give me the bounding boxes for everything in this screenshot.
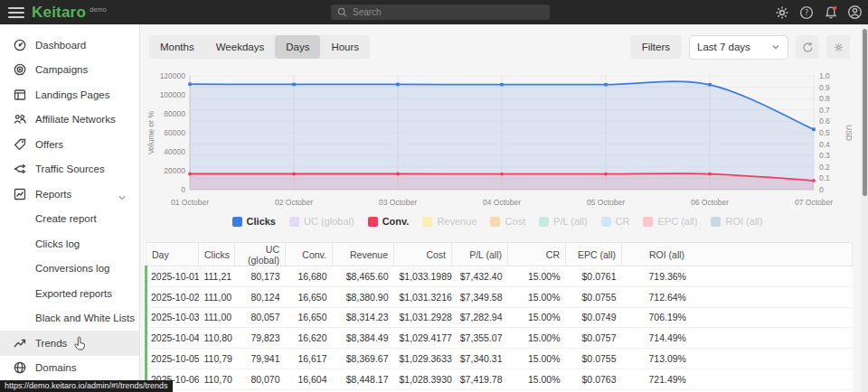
cell: 15.00% <box>508 369 566 389</box>
search-input[interactable] <box>353 7 533 17</box>
tab-months[interactable]: Months <box>149 35 205 59</box>
sidebar-item-domains[interactable]: Domains <box>0 356 139 381</box>
column-header-uc-global-[interactable]: UC (global) <box>235 243 286 266</box>
account-icon[interactable] <box>847 5 863 20</box>
svg-text:0.9: 0.9 <box>819 83 830 92</box>
refresh-button[interactable] <box>796 35 819 59</box>
sidebar-item-label: Exported reports <box>35 288 112 299</box>
column-header-cost[interactable]: Cost <box>394 243 452 266</box>
legend-label: Revenue <box>437 216 476 227</box>
legend-label: ROI (all) <box>725 216 762 227</box>
cell: 2025-10-04 <box>146 328 199 349</box>
svg-text:100000: 100000 <box>160 90 186 99</box>
trends-chart: 02000040000600008000010000012000000.10.2… <box>145 63 852 213</box>
sidebar-item-reports[interactable]: Reports <box>0 182 139 207</box>
cell: 15.00% <box>508 349 566 369</box>
sidebar-item-offers[interactable]: Offers <box>0 132 139 157</box>
legend-item-roi-all-[interactable]: ROI (all) <box>711 216 762 227</box>
svg-text:1.0: 1.0 <box>819 71 830 80</box>
hamburger-menu-icon[interactable] <box>8 7 24 18</box>
sidebar-item-create-report[interactable]: Create report <box>0 207 139 232</box>
legend-label: Clicks <box>247 216 276 227</box>
sidebar-item-affiliate-networks[interactable]: Affiliate Networks <box>0 107 139 133</box>
trends-table: DayClicksUC (global)Conv.RevenueCostP/L … <box>145 242 853 392</box>
settings-gear-icon[interactable] <box>774 5 789 20</box>
sidebar-item-clicks-log[interactable]: Clicks log <box>0 231 139 257</box>
scrollbar-thumb[interactable] <box>863 29 867 196</box>
legend-swatch <box>232 217 242 227</box>
app-logo[interactable]: Keitaro <box>32 4 86 22</box>
cell: 2025-10-02 <box>146 286 199 307</box>
sidebar: DashboardCampaignsLandings PagesAffiliat… <box>0 24 140 392</box>
column-header-p-l-all-[interactable]: P/L (all) <box>452 243 508 266</box>
sidebar-item-dashboard[interactable]: Dashboard <box>0 33 139 58</box>
cell: $8,380.90 <box>333 286 394 307</box>
column-header-day[interactable]: Day <box>146 243 199 266</box>
column-header-conv-[interactable]: Conv. <box>286 243 333 266</box>
cell: $7,340.31 <box>452 349 508 369</box>
column-header-revenue[interactable]: Revenue <box>333 243 394 266</box>
table-row[interactable]: 2025-10-03111,0080,05716,650$8,314.23$1,… <box>146 307 853 328</box>
legend-item-clicks[interactable]: Clicks <box>232 216 276 227</box>
column-header-cr[interactable]: CR <box>508 243 566 266</box>
cell: 110,80 <box>199 328 235 349</box>
legend-label: P/L (all) <box>553 216 588 227</box>
legend-item-uc-global-[interactable]: UC (global) <box>289 216 354 227</box>
affiliate-icon <box>13 112 27 126</box>
legend-label: CR <box>616 216 630 227</box>
tab-days[interactable]: Days <box>275 35 320 59</box>
cell: $8,369.67 <box>333 349 394 369</box>
sidebar-item-landings-pages[interactable]: Landings Pages <box>0 82 139 107</box>
table-row[interactable]: 2025-10-02111,0080,12416,650$8,380.90$1,… <box>146 286 853 307</box>
legend-item-conv-[interactable]: Conv. <box>368 216 410 227</box>
tab-weekdays[interactable]: Weekdays <box>205 35 275 59</box>
column-header-roi-all-[interactable]: ROI (all) <box>622 243 853 266</box>
notifications-bell-icon[interactable] <box>823 5 838 20</box>
cell: $1,031.2928 <box>394 307 452 328</box>
tab-hours[interactable]: Hours <box>320 35 370 59</box>
svg-text:40000: 40000 <box>164 147 185 156</box>
svg-text:0.7: 0.7 <box>819 106 830 115</box>
logo-demo-badge: demo <box>90 5 107 14</box>
legend-swatch <box>643 217 653 227</box>
legend-item-cost[interactable]: Cost <box>490 216 525 227</box>
table-header-row: DayClicksUC (global)Conv.RevenueCostP/L … <box>146 243 853 266</box>
table-row[interactable]: 2025-10-01111,2180,17316,680$8,465.60$1,… <box>146 266 853 287</box>
controls-row: MonthsWeekdaysDaysHours Filters Last 7 d… <box>149 34 850 60</box>
cell: $1,028.3930 <box>394 369 452 389</box>
column-header-epc-all-[interactable]: EPC (all) <box>566 243 622 266</box>
date-range-select[interactable]: Last 7 days <box>689 35 788 60</box>
column-header-clicks[interactable]: Clicks <box>199 243 235 266</box>
chart-settings-button[interactable] <box>826 35 850 59</box>
legend-swatch <box>368 217 378 227</box>
svg-text:0.6: 0.6 <box>819 117 830 126</box>
sidebar-item-exported-reports[interactable]: Exported reports <box>0 281 139 306</box>
legend-item-revenue[interactable]: Revenue <box>422 216 476 227</box>
help-icon[interactable]: ? <box>798 5 814 20</box>
svg-text:USD: USD <box>844 125 852 141</box>
cell: $8,384.49 <box>333 328 394 349</box>
sidebar-item-campaigns[interactable]: Campaigns <box>0 58 139 83</box>
sidebar-item-black-and-white-lists[interactable]: Black and White Lists <box>0 306 139 331</box>
reports-icon <box>13 187 27 201</box>
sidebar-item-traffic-sources[interactable]: Traffic Sources <box>0 157 139 182</box>
svg-text:0.1: 0.1 <box>819 173 830 182</box>
vertical-scrollbar[interactable] <box>861 24 868 392</box>
legend-item-cr[interactable]: CR <box>601 216 630 227</box>
filters-button[interactable]: Filters <box>630 35 682 59</box>
sidebar-item-conversions-log[interactable]: Conversions log <box>0 257 139 282</box>
sidebar-item-label: Black and White Lists <box>35 313 135 323</box>
cell: 706.19% <box>622 307 853 328</box>
table-row[interactable]: 2025-10-04110,8079,82316,620$8,384.49$1,… <box>146 328 853 349</box>
svg-text:0.8: 0.8 <box>819 94 830 103</box>
search-icon <box>336 6 348 18</box>
legend-item-epc-all-[interactable]: EPC (all) <box>643 216 697 227</box>
legend-item-p-l-all-[interactable]: P/L (all) <box>539 216 588 227</box>
global-search[interactable] <box>331 5 550 20</box>
sidebar-item-label: Landings Pages <box>35 89 109 100</box>
table-row[interactable]: 2025-10-06110,7080,07016,604$8,448.17$1,… <box>146 369 853 389</box>
dashboard-icon <box>13 38 27 52</box>
cell: 110,70 <box>199 369 235 389</box>
table-row[interactable]: 2025-10-05110,7979,94116,617$8,369.67$1,… <box>146 349 853 369</box>
sidebar-item-trends[interactable]: Trends <box>0 331 139 356</box>
